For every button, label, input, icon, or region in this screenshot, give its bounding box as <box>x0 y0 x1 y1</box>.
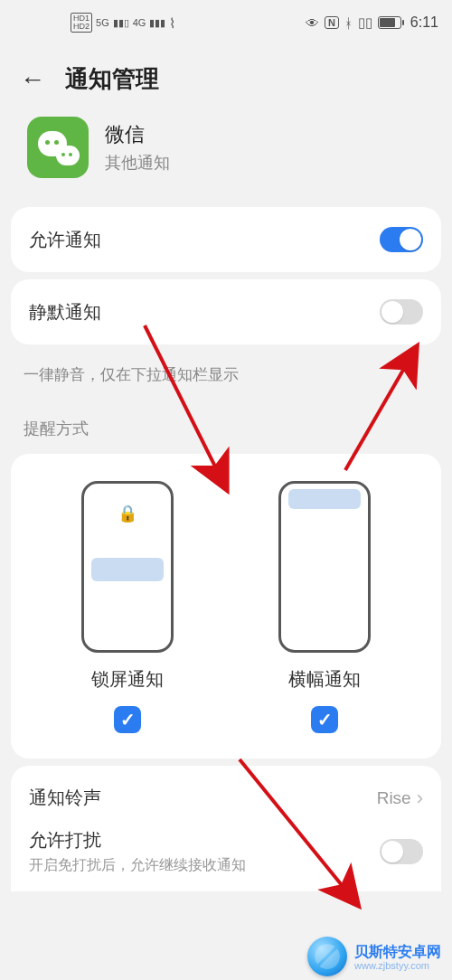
wechat-icon <box>27 117 89 178</box>
lock-icon: 🔒 <box>118 504 137 523</box>
bluetooth-icon: ᚼ <box>344 15 353 31</box>
eye-icon: 👁 <box>306 15 319 31</box>
methods-card: 🔒 锁屏通知 ✓ 横幅通知 ✓ <box>11 454 441 759</box>
disturb-label: 允许打扰 <box>29 828 246 853</box>
wifi-icon: ⌇ <box>169 16 175 30</box>
app-name: 微信 <box>105 121 170 148</box>
silent-notif-label: 静默通知 <box>29 300 101 325</box>
disturb-toggle[interactable] <box>380 839 423 864</box>
methods-title: 提醒方式 <box>0 403 452 447</box>
method-banner[interactable]: 横幅通知 ✓ <box>278 481 371 733</box>
method-lockscreen[interactable]: 🔒 锁屏通知 ✓ <box>81 481 174 733</box>
page-header: ← 通知管理 <box>0 45 452 111</box>
ringtone-label: 通知铃声 <box>29 786 101 810</box>
watermark-url: www.zjbstyy.com <box>354 960 441 971</box>
silent-notif-card: 静默通知 <box>11 279 441 344</box>
ringtone-card: 通知铃声 Rise › 允许打扰 开启免打扰后，允许继续接收通知 <box>11 766 441 891</box>
chevron-right-icon: › <box>417 787 423 810</box>
banner-checkbox[interactable]: ✓ <box>311 706 338 733</box>
app-info-row: 微信 其他通知 <box>0 111 452 200</box>
ringtone-row[interactable]: 通知铃声 Rise › <box>29 786 423 810</box>
nfc-icon: N <box>325 16 339 29</box>
watermark-globe-icon <box>307 937 347 976</box>
watermark: 贝斯特安卓网 www.zjbstyy.com <box>307 937 441 976</box>
vibrate-icon: ▯▯ <box>358 14 372 31</box>
hd2-indicator: HD2 <box>73 23 89 31</box>
battery-icon <box>378 16 401 29</box>
allow-notif-toggle[interactable] <box>380 227 423 252</box>
status-bar: HD1 HD2 5G ▮▮▯ 4G ▮▮▮ ⌇ 👁 N ᚼ ▯▯ 6:11 <box>0 0 452 45</box>
watermark-brand: 贝斯特安卓网 <box>354 944 441 959</box>
status-left: HD1 HD2 5G ▮▮▯ 4G ▮▮▮ ⌇ <box>18 13 229 33</box>
silent-notif-toggle[interactable] <box>380 299 423 325</box>
page-title: 通知管理 <box>65 63 159 95</box>
lockscreen-label: 锁屏通知 <box>91 667 164 692</box>
silent-hint: 一律静音，仅在下拉通知栏显示 <box>0 352 452 403</box>
signal2-icon: ▮▮▮ <box>149 18 165 28</box>
allow-notif-label: 允许通知 <box>29 228 101 252</box>
ringtone-value: Rise <box>377 788 411 808</box>
banner-label: 横幅通知 <box>288 667 361 692</box>
disturb-row: 允许打扰 开启免打扰后，允许继续接收通知 <box>29 828 423 875</box>
net1: 5G <box>96 18 109 28</box>
disturb-sub: 开启免打扰后，允许继续接收通知 <box>29 856 246 875</box>
lockscreen-checkbox[interactable]: ✓ <box>114 706 141 733</box>
app-subtitle: 其他通知 <box>105 152 170 174</box>
net2: 4G <box>133 18 146 28</box>
signal1-icon: ▮▮▯ <box>113 18 129 28</box>
phone-lockscreen-icon: 🔒 <box>81 481 174 653</box>
clock: 6:11 <box>410 14 438 31</box>
allow-notif-card: 允许通知 <box>11 207 441 272</box>
phone-banner-icon <box>278 481 371 653</box>
back-arrow-icon[interactable]: ← <box>20 65 45 94</box>
status-right: 👁 N ᚼ ▯▯ 6:11 <box>229 14 439 31</box>
